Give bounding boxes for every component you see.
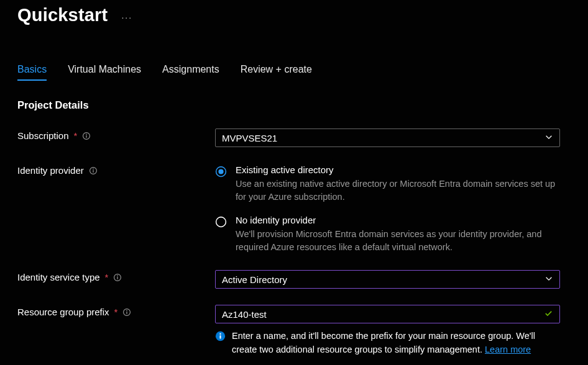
label-resource-group-prefix-text: Resource group prefix	[17, 307, 109, 317]
label-resource-group-prefix: Resource group prefix *	[17, 305, 215, 317]
svg-rect-14	[127, 312, 127, 314]
resource-group-prefix-value: Az140-test	[222, 309, 267, 320]
info-icon[interactable]	[122, 308, 131, 317]
info-blue-icon	[215, 331, 226, 341]
radio-existing-title: Existing active directory	[236, 164, 559, 175]
page-title: Quickstart	[17, 5, 108, 25]
label-subscription-text: Subscription	[17, 130, 69, 141]
svg-point-16	[219, 333, 221, 335]
more-options-icon[interactable]: ···	[121, 13, 132, 22]
subscription-select[interactable]: MVPVSES21	[215, 128, 560, 147]
radio-no-identity[interactable]: No identity provider We'll provision Mic…	[215, 215, 559, 254]
tab-review-create[interactable]: Review + create	[241, 64, 312, 80]
svg-point-4	[93, 168, 94, 169]
required-star: *	[74, 130, 78, 141]
chevron-down-icon	[544, 274, 553, 285]
label-identity-provider-text: Identity provider	[17, 165, 84, 176]
tab-assignments[interactable]: Assignments	[162, 64, 219, 80]
identity-service-type-select[interactable]: Active Directory	[215, 270, 560, 289]
label-identity-service-type: Identity service type *	[17, 270, 215, 282]
helper-line: Enter a name, and it'll become the prefi…	[232, 330, 561, 357]
section-project-details: Project Details	[17, 99, 571, 111]
label-identity-provider: Identity provider	[17, 163, 215, 176]
svg-point-10	[117, 275, 119, 276]
check-icon	[544, 309, 553, 320]
tab-basics[interactable]: Basics	[17, 64, 47, 80]
info-icon[interactable]	[113, 273, 122, 282]
tab-bar: Basics Virtual Machines Assignments Revi…	[17, 64, 571, 81]
radio-existing-desc: Use an existing native active directory …	[236, 178, 559, 204]
radio-none-title: No identity provider	[236, 215, 559, 225]
radio-existing-directory[interactable]: Existing active directory Use an existin…	[215, 164, 559, 204]
radio-none-desc: We'll provision Microsoft Entra domain s…	[236, 228, 559, 254]
info-icon[interactable]	[82, 132, 91, 140]
identity-service-type-value: Active Directory	[222, 274, 287, 285]
label-subscription: Subscription *	[17, 128, 215, 141]
svg-point-1	[86, 133, 88, 135]
radio-button-icon	[215, 166, 227, 178]
learn-more-link[interactable]: Learn more	[485, 345, 531, 354]
chevron-down-icon	[544, 133, 553, 143]
svg-rect-17	[219, 335, 221, 339]
label-identity-service-type-text: Identity service type	[17, 272, 100, 282]
subscription-value: MVPVSES21	[222, 133, 277, 143]
svg-point-8	[216, 217, 226, 227]
required-star: *	[114, 307, 118, 317]
identity-provider-radiogroup: Existing active directory Use an existin…	[215, 164, 571, 254]
svg-rect-11	[117, 277, 118, 279]
tab-virtual-machines[interactable]: Virtual Machines	[68, 64, 141, 80]
svg-rect-2	[86, 135, 87, 137]
svg-point-7	[218, 169, 223, 174]
resource-group-prefix-input[interactable]: Az140-test	[215, 305, 560, 323]
required-star: *	[105, 272, 109, 282]
svg-rect-5	[93, 169, 93, 172]
svg-point-13	[127, 310, 128, 311]
radio-button-icon	[215, 216, 227, 228]
helper-text: Enter a name, and it'll become the prefi…	[215, 330, 561, 357]
info-icon[interactable]	[89, 166, 98, 175]
